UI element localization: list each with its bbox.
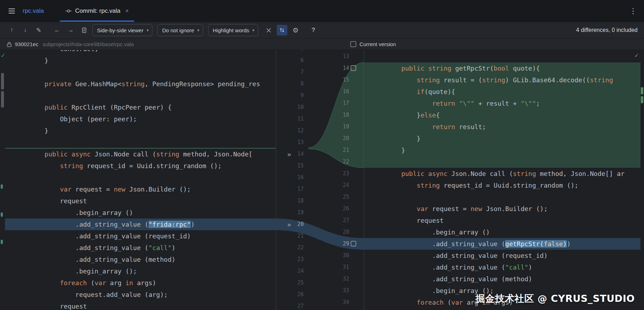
help-icon: ? [312, 27, 315, 34]
code-line-left-13[interactable] [5, 137, 276, 148]
highlight-policy-dropdown[interactable]: Highlight words ▾ [208, 24, 258, 36]
code-line-right-17[interactable]: return "\"" + result + "\""; [364, 98, 640, 109]
code-line-left-17[interactable]: var request = new Json.Builder (); [5, 183, 276, 195]
code-line-left-9[interactable] [5, 90, 276, 101]
right-error-stripe[interactable] [640, 50, 644, 310]
green-checkmark-icon: ✓ [634, 52, 639, 59]
back-button[interactable]: ← [52, 25, 63, 35]
code-line-right-16[interactable]: if(quote){ [364, 86, 640, 98]
file-path: subprojects\frida-core\lib\base\rpc.vala [43, 41, 134, 47]
code-line-right-15[interactable]: string result = (string) GLib.Base64.dec… [364, 74, 640, 86]
forward-button[interactable]: → [65, 25, 76, 35]
tab-bar: rpc.vala Commit: rpc.vala × ⋮ [0, 0, 644, 22]
line-number: 7 [276, 66, 304, 78]
ignore-policy-dropdown[interactable]: Do not ignore ▾ [157, 24, 203, 36]
apply-change-chevron-icon[interactable]: » [284, 148, 294, 160]
code-line-right-27[interactable]: request [364, 215, 640, 226]
code-line-left-25[interactable]: foreach (var arg in args) [5, 277, 276, 289]
code-line-left-18[interactable]: request [5, 195, 276, 207]
line-number: 15 [276, 160, 304, 172]
code-line-right-28[interactable]: .begin_array () [364, 226, 640, 238]
more-options-icon[interactable]: ⋮ [629, 7, 637, 15]
code-line-left-22[interactable]: .add_string_value ("call") [5, 242, 276, 254]
collapse-unchanged-button[interactable] [263, 25, 274, 35]
line-number: 15 [321, 74, 349, 86]
line-number: 9 [276, 90, 304, 101]
code-line-left-14[interactable]: public async Json.Node call (string meth… [5, 148, 276, 160]
line-number: 24 [276, 265, 304, 277]
left-editor-pane[interactable]: construct; } private Gee.HashMap<string,… [5, 50, 276, 310]
code-line-left-5[interactable]: construct; [5, 50, 276, 55]
code-line-left-19[interactable]: .begin_array () [5, 207, 276, 218]
highlight-policy-label: Highlight words [213, 27, 249, 33]
include-change-checkbox[interactable] [351, 65, 356, 71]
word-diff-highlight: getRpcStr(false) [505, 240, 567, 248]
file-reference-link[interactable]: rpc.vala [23, 7, 44, 15]
code-line-right-21[interactable]: } [364, 144, 640, 156]
code-line-left-20[interactable]: .add_string_value ("frida:rpc") [5, 218, 276, 230]
code-line-left-15[interactable]: string request_id = Uuid.string_random (… [5, 160, 276, 172]
code-line-right-32[interactable]: .add_string_value (method) [364, 273, 640, 285]
apply-change-chevron-icon[interactable]: » [284, 218, 294, 230]
goto-changed-file-button[interactable] [79, 25, 90, 35]
right-editor-pane[interactable]: public string getRpcStr(bool quote){ str… [364, 50, 640, 310]
code-line-left-26[interactable]: request.add_value (arg); [5, 289, 276, 300]
viewer-mode-dropdown[interactable]: Side-by-side viewer ▾ [92, 24, 152, 36]
line-number: 23 [321, 168, 349, 179]
line-number: 27 [276, 300, 304, 310]
code-line-left-23[interactable]: .add_string_value (method) [5, 254, 276, 265]
line-number: 16 [276, 172, 304, 183]
line-number: 31 [321, 261, 349, 273]
code-line-right-31[interactable]: .add_string_value ("call") [364, 261, 640, 273]
code-line-left-8[interactable]: private Gee.HashMap<string, PendingRespo… [5, 78, 276, 90]
line-number: 18 [276, 195, 304, 207]
code-line-left-16[interactable] [5, 172, 276, 183]
code-line-right-14[interactable]: public string getRpcStr(bool quote){ [364, 62, 640, 74]
code-line-left-6[interactable]: } [5, 55, 276, 66]
code-line-left-11[interactable]: Object (peer: peer); [5, 113, 276, 125]
edit-source-button[interactable]: ✎ [33, 25, 44, 35]
revision-bar: 930021ec subprojects\frida-core\lib\base… [0, 39, 644, 50]
line-number: 12 [276, 125, 304, 137]
diff-settings-button[interactable]: ⚙ [290, 25, 301, 35]
change-stripe-marker [641, 96, 643, 103]
line-number: 10 [276, 101, 304, 113]
arrow-right-icon: → [68, 27, 74, 34]
code-line-left-21[interactable]: .add_string_value (request_id) [5, 230, 276, 242]
chevron-down-icon: ▾ [253, 28, 255, 33]
current-version-checkbox[interactable] [350, 41, 356, 47]
arrow-down-icon: ↓ [24, 27, 27, 34]
line-number: 19 [276, 207, 304, 218]
line-number: 34 [321, 297, 349, 308]
code-line-left-12[interactable]: } [5, 125, 276, 137]
code-line-right-25[interactable] [364, 191, 640, 203]
code-line-right-26[interactable]: var request = new Json.Builder (); [364, 203, 640, 215]
code-line-right-24[interactable]: string request_id = Uuid.string_random (… [364, 179, 640, 191]
main-menu-icon[interactable] [9, 9, 15, 13]
code-line-right-29[interactable]: .add_string_value (getRpcStr(false)) [364, 238, 640, 250]
tab-close-icon[interactable]: × [125, 8, 129, 14]
code-line-left-10[interactable]: public RpcClient (RpcPeer peer) { [5, 101, 276, 113]
code-line-left-24[interactable]: .begin_array (); [5, 265, 276, 277]
current-version-checkbox-row[interactable]: Current version [350, 41, 396, 47]
code-line-right-20[interactable]: } [364, 133, 640, 144]
line-number: 21 [321, 144, 349, 156]
help-button[interactable]: ? [308, 25, 319, 35]
tab-commit-rpc-vala[interactable]: Commit: rpc.vala × [60, 0, 135, 22]
code-line-left-7[interactable] [5, 66, 276, 78]
sync-scrolling-toggle[interactable] [277, 25, 287, 35]
code-line-right-13[interactable] [364, 51, 640, 62]
line-number: 26 [276, 289, 304, 300]
code-line-right-22[interactable] [364, 156, 640, 168]
arrow-up-icon: ↑ [10, 27, 13, 34]
code-line-right-18[interactable]: }else{ [364, 109, 640, 121]
code-line-left-27[interactable]: request [5, 300, 276, 310]
code-line-right-30[interactable]: .add_string_value (request_id) [364, 250, 640, 261]
code-line-right-23[interactable]: public async Json.Node call (string meth… [364, 168, 640, 179]
previous-difference-button[interactable]: ↑ [6, 25, 17, 35]
next-difference-button[interactable]: ↓ [20, 25, 31, 35]
include-change-checkbox[interactable] [351, 241, 356, 247]
code-line-right-19[interactable]: return result; [364, 121, 640, 133]
chevron-down-icon: ▾ [147, 28, 149, 33]
left-error-stripe[interactable] [0, 50, 5, 310]
